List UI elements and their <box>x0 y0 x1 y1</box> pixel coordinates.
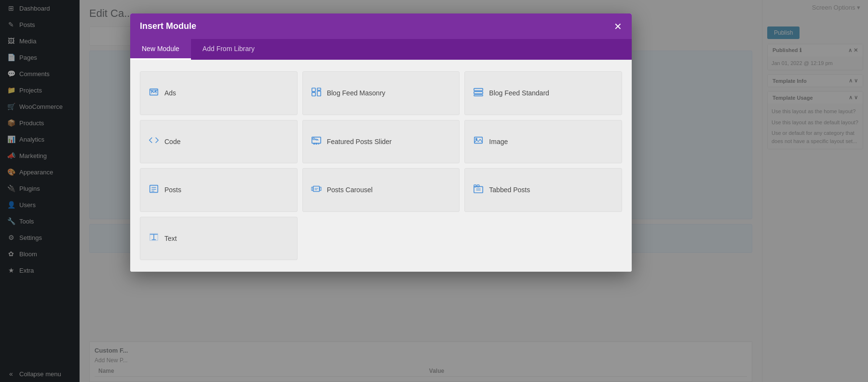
posts-module-icon <box>148 184 160 197</box>
svg-rect-24 <box>474 186 483 193</box>
tab-new-module[interactable]: New Module <box>130 39 191 60</box>
module-image-label: Image <box>489 138 508 145</box>
module-tabbed-posts-label: Tabbed Posts <box>489 186 530 194</box>
svg-rect-26 <box>477 185 480 187</box>
module-text-label: Text <box>164 235 177 242</box>
module-text[interactable]: Text <box>140 217 298 261</box>
svg-point-12 <box>312 138 314 140</box>
module-posts-label: Posts <box>164 186 181 194</box>
modal-close-button[interactable]: ✕ <box>614 22 622 31</box>
svg-rect-2 <box>317 88 320 91</box>
blog-standard-icon <box>473 87 484 100</box>
module-blog-standard-label: Blog Feed Standard <box>489 89 549 97</box>
module-featured-posts-slider[interactable]: Featured Posts Slider <box>302 120 460 164</box>
posts-carousel-icon <box>311 184 322 197</box>
tabbed-posts-icon <box>473 184 484 197</box>
svg-point-10 <box>316 143 317 144</box>
module-posts-carousel-label: Posts Carousel <box>327 186 373 194</box>
module-ads-label: Ads <box>164 89 176 97</box>
module-posts-carousel[interactable]: Posts Carousel <box>302 168 460 212</box>
module-posts[interactable]: Posts <box>140 168 298 212</box>
module-code-label: Code <box>164 138 180 145</box>
blog-masonry-icon <box>311 87 322 100</box>
svg-point-14 <box>476 139 477 140</box>
ads-icon <box>148 87 160 100</box>
image-icon <box>473 135 484 148</box>
module-code[interactable]: Code <box>140 120 298 164</box>
module-tabbed-posts[interactable]: Tabbed Posts <box>464 168 622 212</box>
svg-rect-1 <box>312 88 315 92</box>
tab-add-from-library[interactable]: Add From Library <box>191 39 266 60</box>
svg-rect-4 <box>317 91 320 96</box>
svg-rect-19 <box>313 186 319 191</box>
modal-tabs: New Module Add From Library <box>130 39 632 60</box>
insert-module-modal: Insert Module ✕ New Module Add From Libr… <box>130 13 632 272</box>
svg-point-9 <box>313 143 314 144</box>
module-blog-feed-standard[interactable]: Blog Feed Standard <box>464 71 622 115</box>
svg-rect-20 <box>312 187 313 190</box>
svg-point-11 <box>318 143 319 144</box>
svg-rect-7 <box>474 94 483 96</box>
code-icon <box>148 135 160 148</box>
svg-rect-3 <box>312 92 315 96</box>
modal-title: Insert Module <box>140 21 196 31</box>
svg-rect-21 <box>320 187 321 190</box>
module-image[interactable]: Image <box>464 120 622 164</box>
module-blog-masonry-label: Blog Feed Masonry <box>327 89 385 97</box>
module-featured-slider-label: Featured Posts Slider <box>327 138 392 145</box>
module-grid: Ads Blog Feed Masonry <box>130 60 632 272</box>
svg-rect-5 <box>474 88 483 91</box>
text-icon <box>148 232 160 245</box>
svg-rect-6 <box>474 92 483 94</box>
modal-header: Insert Module ✕ <box>130 13 632 39</box>
svg-rect-25 <box>474 185 476 187</box>
module-ads[interactable]: Ads <box>140 71 298 115</box>
featured-slider-icon <box>311 135 322 148</box>
module-blog-feed-masonry[interactable]: Blog Feed Masonry <box>302 71 460 115</box>
